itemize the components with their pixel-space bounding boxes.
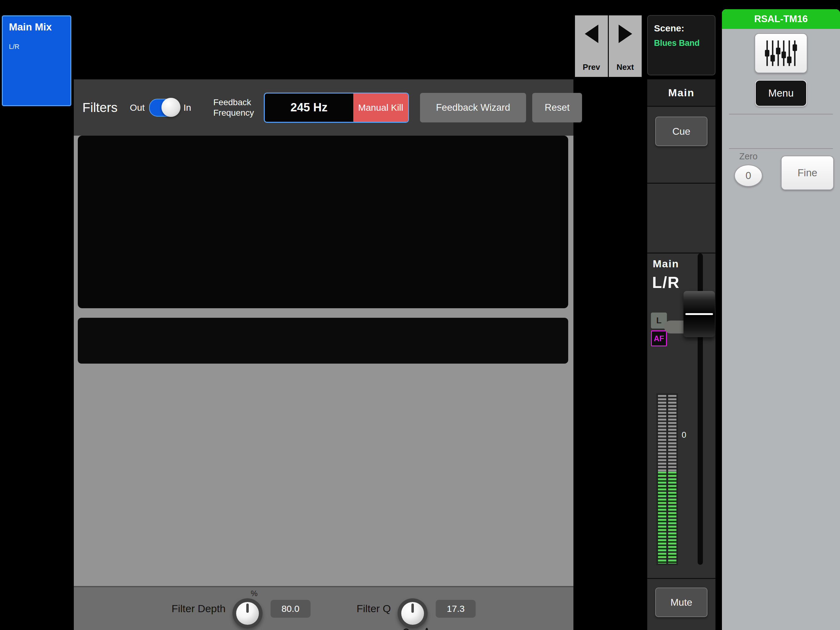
- main-channel-name: Main: [653, 258, 679, 270]
- toggle-in-label: In: [183, 103, 191, 113]
- main-fader-section: Main L/R L AF 0: [647, 253, 715, 578]
- main-strip-title: Main: [647, 79, 715, 107]
- prev-arrow-icon: [585, 25, 598, 43]
- knob-pointer: [401, 602, 424, 625]
- feedback-wizard-button[interactable]: Feedback Wizard: [420, 93, 526, 122]
- zero-button[interactable]: 0: [734, 165, 763, 187]
- rp-bottom-row: Zero 0 Fine: [728, 151, 834, 190]
- cue-section: Cue: [647, 107, 715, 184]
- filter-depth-knob-group: %: [232, 589, 262, 628]
- mute-button[interactable]: Mute: [655, 587, 707, 617]
- meter-bar-right: [668, 395, 676, 564]
- filters-in-out-toggle[interactable]: [149, 99, 178, 117]
- filter-strip-row: [79, 353, 567, 362]
- next-label: Next: [616, 62, 634, 72]
- filters-title: Filters: [82, 100, 117, 115]
- fine-button[interactable]: Fine: [781, 156, 834, 190]
- filter-bar: Filters Out In Feedback Frequency 245 Hz…: [74, 79, 573, 136]
- filter-q-value[interactable]: 17.3: [436, 600, 476, 618]
- q-width-icon: [393, 627, 433, 630]
- feedback-graph: [78, 136, 568, 308]
- next-arrow-icon: [619, 25, 632, 43]
- zero-group: Zero 0: [734, 151, 763, 187]
- meter-bar-left: [658, 395, 666, 564]
- main-fader-handle[interactable]: [684, 291, 715, 337]
- main-output-strip: Main Cue Main L/R L AF 0 Mute: [647, 79, 715, 630]
- filter-depth-value[interactable]: 80.0: [271, 600, 311, 618]
- main-channel-sub: L/R: [652, 273, 680, 291]
- remote-panel: RSAL-TM16 Menu: [722, 9, 840, 630]
- filter-rows: [78, 318, 568, 364]
- remote-panel-body: Menu Zero 0 Fine: [722, 29, 840, 630]
- cue-button[interactable]: Cue: [655, 117, 707, 146]
- main-strip-spacer: [647, 184, 715, 253]
- knob-pointer: [236, 602, 259, 625]
- prev-label: Prev: [583, 62, 600, 72]
- main-level-meter: [657, 393, 678, 565]
- toggle-knob-icon: [161, 98, 180, 117]
- filter-depth-label: Filter Depth: [172, 603, 226, 615]
- mixer-view-button[interactable]: [755, 33, 807, 73]
- filter-q-knob[interactable]: [398, 598, 428, 628]
- channel-sidebar: Main Mix L/R: [2, 15, 71, 629]
- toggle-out-label: Out: [130, 103, 145, 113]
- feedback-frequency-value[interactable]: 245 Hz: [265, 93, 353, 122]
- divider: [729, 114, 833, 114]
- manual-kill-button[interactable]: Manual Kill: [353, 93, 408, 122]
- af-badge[interactable]: AF: [651, 330, 667, 347]
- filter-button-row: [79, 319, 567, 350]
- selected-channel-sub: L/R: [9, 43, 70, 51]
- filter-q-label: Filter Q: [357, 603, 391, 615]
- menu-button[interactable]: Menu: [755, 80, 807, 106]
- mixer-app: Main Mix L/R Prev Next Scene: Blues Band…: [0, 0, 840, 630]
- prev-button[interactable]: Prev: [575, 15, 608, 77]
- device-title: RSAL-TM16: [722, 9, 840, 29]
- meter-zero-label: 0: [682, 431, 686, 440]
- scene-box[interactable]: Scene: Blues Band: [647, 15, 715, 75]
- filter-depth-knob[interactable]: [232, 598, 262, 628]
- feedback-frequency-label: Feedback Frequency: [213, 97, 254, 118]
- anti-feedback-panel: Filters Out In Feedback Frequency 245 Hz…: [74, 79, 573, 630]
- reset-button[interactable]: Reset: [532, 93, 582, 122]
- mute-section: Mute: [647, 578, 715, 626]
- next-button[interactable]: Next: [609, 15, 642, 77]
- filter-q-knob-group: [398, 589, 428, 628]
- divider: [729, 148, 833, 149]
- scene-label: Scene:: [654, 23, 715, 33]
- depth-unit-label: %: [251, 589, 257, 598]
- global-filter-bar: Filter Depth % 80.0 Filter Q: [74, 586, 573, 630]
- selected-channel-name: Main Mix: [9, 21, 70, 33]
- faders-icon: [764, 39, 797, 67]
- feedback-frequency-box: 245 Hz Manual Kill: [264, 93, 409, 123]
- channel-tile-main-mix[interactable]: Main Mix L/R: [2, 15, 71, 106]
- zero-label: Zero: [739, 151, 758, 161]
- scene-value: Blues Band: [654, 38, 715, 48]
- filter-knob-grid: [74, 364, 573, 586]
